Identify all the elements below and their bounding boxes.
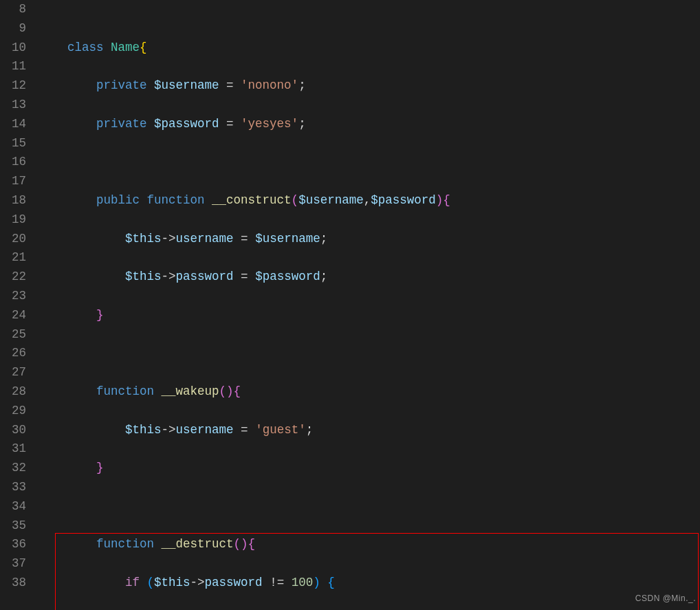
line-number: 12	[0, 76, 26, 96]
op-arrow: ->	[162, 270, 176, 283]
code-area[interactable]: class Name{ private $username = 'nonono'…	[39, 0, 700, 610]
line-number: 35	[0, 516, 26, 536]
code-line[interactable]: if ($this->password != 100) {	[39, 574, 700, 593]
string-literal: 'nonono'	[241, 78, 298, 92]
line-number: 19	[0, 210, 26, 230]
semicolon: ;	[320, 270, 328, 283]
paren-open: (	[234, 537, 241, 551]
param-password: $password	[371, 193, 436, 207]
semicolon: ;	[306, 423, 314, 437]
line-number: 8	[0, 0, 26, 19]
var-this: $this	[154, 576, 190, 589]
var-password: $password	[255, 270, 320, 283]
var-username: $username	[255, 232, 320, 246]
code-line[interactable]: private $username = 'nonono';	[39, 76, 700, 96]
fn-wakeup: __wakeup	[162, 384, 219, 398]
comma: ,	[364, 193, 371, 207]
line-number: 25	[0, 325, 26, 345]
keyword-function: function	[96, 384, 154, 398]
line-number: 10	[0, 39, 26, 58]
op-assign: =	[226, 78, 234, 92]
class-name: Name	[111, 41, 140, 54]
line-number: 27	[0, 363, 26, 382]
op-assign: =	[241, 232, 248, 246]
paren-open: (	[219, 384, 227, 398]
fn-destruct: __destruct	[162, 537, 234, 551]
prop-username: username	[176, 423, 234, 437]
line-number: 23	[0, 287, 26, 306]
string-literal: 'yesyes'	[241, 117, 298, 131]
semicolon: ;	[320, 232, 328, 246]
line-number: 38	[0, 574, 26, 593]
brace-close: }	[96, 461, 104, 475]
line-number: 21	[0, 248, 26, 268]
op-arrow: ->	[162, 423, 176, 437]
brace-open: {	[234, 384, 241, 398]
code-line[interactable]: public function __construct($username,$p…	[39, 191, 700, 210]
keyword-private: private	[96, 117, 147, 131]
var-username: $username	[154, 78, 219, 92]
brace-open: {	[140, 41, 147, 54]
keyword-private: private	[96, 78, 147, 92]
keyword-class: class	[67, 41, 104, 54]
line-number: 11	[0, 57, 26, 76]
op-assign: =	[241, 423, 248, 437]
line-number: 26	[0, 344, 26, 363]
brace-open: {	[248, 537, 256, 551]
code-line[interactable]	[39, 344, 700, 363]
paren-close: )	[313, 576, 320, 589]
keyword-function: function	[147, 193, 205, 207]
prop-password: password	[205, 576, 263, 589]
code-line[interactable]	[39, 497, 700, 516]
fn-construct: __construct	[212, 193, 292, 207]
line-number: 31	[0, 439, 26, 459]
code-line[interactable]	[39, 153, 700, 172]
line-number: 24	[0, 306, 26, 325]
line-number: 13	[0, 96, 26, 115]
code-line[interactable]: $this->username = $username;	[39, 230, 700, 249]
var-password: $password	[154, 117, 219, 131]
op-arrow: ->	[162, 232, 176, 246]
line-number: 32	[0, 459, 26, 478]
watermark: CSDN @Min._.	[635, 589, 696, 609]
line-number: 22	[0, 268, 26, 287]
code-line[interactable]: $this->username = 'guest';	[39, 421, 700, 440]
line-number: 16	[0, 153, 26, 172]
line-number: 34	[0, 497, 26, 516]
line-number: 20	[0, 230, 26, 249]
code-line[interactable]: function __wakeup(){	[39, 382, 700, 402]
code-editor[interactable]: 8910111213141516171819202122232425262728…	[0, 0, 700, 610]
code-line[interactable]: $this->password = $password;	[39, 268, 700, 287]
paren-close: )	[436, 193, 444, 207]
code-line[interactable]: }	[39, 459, 700, 478]
code-line[interactable]: class Name{	[39, 39, 700, 58]
paren-close: )	[241, 537, 248, 551]
line-number: 37	[0, 554, 26, 574]
line-number: 29	[0, 402, 26, 421]
paren-close: )	[226, 384, 234, 398]
line-number: 36	[0, 535, 26, 554]
prop-password: password	[176, 270, 234, 283]
line-number: 9	[0, 19, 26, 39]
op-arrow: ->	[190, 576, 205, 589]
paren-open: (	[292, 193, 299, 207]
code-line[interactable]: function __destruct(){	[39, 535, 700, 554]
prop-username: username	[176, 232, 234, 246]
line-number-gutter: 8910111213141516171819202122232425262728…	[0, 0, 39, 610]
var-this: $this	[125, 270, 162, 283]
code-line[interactable]: }	[39, 306, 700, 325]
semicolon: ;	[298, 117, 306, 131]
var-this: $this	[125, 423, 162, 437]
semicolon: ;	[298, 78, 306, 92]
number-literal: 100	[292, 576, 314, 589]
string-literal: 'guest'	[255, 423, 306, 437]
line-number: 14	[0, 115, 26, 134]
keyword-function: function	[96, 537, 154, 551]
op-assign: =	[241, 270, 248, 283]
brace-open: {	[327, 576, 335, 589]
brace-open: {	[443, 193, 450, 207]
line-number: 30	[0, 421, 26, 440]
op-neq: !=	[270, 576, 284, 589]
line-number: 17	[0, 172, 26, 191]
code-line[interactable]: private $password = 'yesyes';	[39, 115, 700, 134]
